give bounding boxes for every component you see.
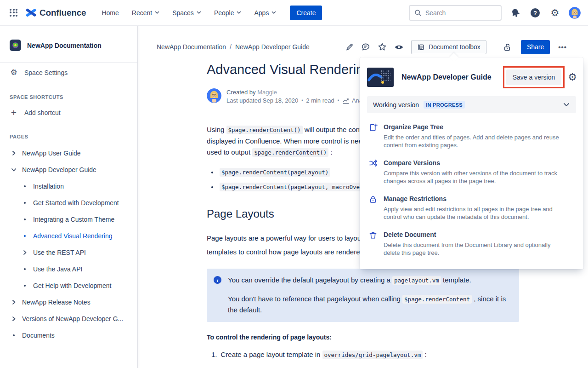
add-shortcut-label: Add shortcut	[24, 109, 61, 116]
menu-item-description: Apply view and edit restrictions to all …	[384, 205, 564, 221]
save-a-version-button[interactable]: Save a version	[506, 69, 562, 85]
sidebar-page-item[interactable]: NewApp User Guide	[0, 145, 137, 161]
bullet-marker	[21, 235, 28, 237]
chevron-down-icon	[155, 11, 159, 14]
list-number: 1.	[211, 351, 217, 358]
favorite-star-icon[interactable]	[375, 40, 389, 54]
popup-menu-item[interactable]: Compare VersionsCompare this version wit…	[369, 159, 574, 185]
plus-icon: +	[10, 109, 18, 117]
create-button[interactable]: Create	[290, 6, 322, 20]
bullet-marker	[21, 268, 28, 270]
sidebar-item-space-settings[interactable]: ⚙ Space Settings	[0, 63, 137, 82]
top-navigation-bar: Confluence HomeRecentSpacesPeopleApps Cr…	[0, 0, 588, 26]
menu-item-description: Edit the order and titles of pages. Add …	[384, 133, 564, 149]
breadcrumb: NewApp Documentation / NewApp Developer …	[157, 43, 310, 51]
menu-item-title: Compare Versions	[384, 159, 564, 167]
space-logo-icon	[10, 40, 21, 51]
sidebar-page-item[interactable]: Integrating a Custom Theme	[0, 211, 137, 228]
menu-item-description: Delete this document from the Document L…	[384, 241, 564, 257]
nav-item-apps[interactable]: Apps	[249, 6, 282, 20]
bullet-marker	[21, 285, 28, 287]
search-input[interactable]	[425, 9, 494, 17]
primary-nav: HomeRecentSpacesPeopleApps	[96, 6, 282, 20]
trash-icon	[369, 230, 377, 257]
app-switcher-icon[interactable]	[8, 7, 19, 18]
inline-code: $page.renderContent	[402, 295, 472, 304]
info-panel-text-1: You can override the default pagelayout …	[228, 275, 508, 286]
chevron-down-icon[interactable]	[10, 167, 17, 172]
popup-settings-gear-icon[interactable]: ⚙	[568, 71, 577, 83]
chevron-down-icon	[563, 103, 570, 107]
info-icon: i	[213, 276, 222, 315]
bullet-marker	[21, 202, 28, 204]
chevron-down-icon	[271, 11, 276, 14]
pages-header: PAGES	[0, 122, 137, 143]
notifications-bell-icon[interactable]	[509, 7, 521, 19]
watch-eye-icon[interactable]	[392, 40, 406, 54]
page-link-label: Get Help with Development	[33, 282, 111, 289]
bold-instruction-line: To control the rendering of page layouts…	[207, 334, 519, 341]
breadcrumb-page-link[interactable]: NewApp Developer Guide	[235, 43, 310, 51]
sidebar-page-item[interactable]: Get Help with Development	[0, 277, 137, 294]
breadcrumb-space-link[interactable]: NewApp Documentation	[157, 43, 226, 51]
document-toolbox-button[interactable]: Document toolbox	[411, 40, 486, 54]
popup-menu-item[interactable]: Organize Page TreeEdit the order and tit…	[369, 123, 574, 149]
updated-line: Last updated Sep 18, 2020 • 2 min read •…	[226, 97, 376, 104]
popup-menu-item[interactable]: Delete DocumentDelete this document from…	[369, 230, 574, 257]
toolbar-divider	[495, 42, 495, 52]
inline-code: pagelayout.vm	[392, 276, 441, 285]
sidebar-page-item[interactable]: Versions of NewApp Developer G...	[0, 310, 137, 327]
search-box[interactable]	[409, 5, 502, 21]
organize-page-tree-icon	[369, 123, 377, 149]
page-link-label: Use the Java API	[33, 265, 82, 273]
nav-item-spaces[interactable]: Spaces	[167, 6, 207, 20]
comments-icon[interactable]	[359, 40, 373, 54]
read-time: 2 min read	[306, 97, 334, 104]
search-icon	[414, 9, 422, 17]
menu-item-title: Manage Restrictions	[384, 195, 564, 203]
sidebar-page-item[interactable]: Documents	[0, 327, 137, 344]
confluence-logo[interactable]: Confluence	[26, 7, 86, 18]
sidebar-page-item[interactable]: Get Started with Development	[0, 195, 137, 211]
version-selector[interactable]: Working version IN PROGRESS	[367, 96, 576, 113]
user-avatar[interactable]	[569, 7, 581, 19]
page-actions: Document toolbox Share •••	[342, 40, 570, 54]
inline-code: $page.renderContent()	[252, 148, 328, 157]
nav-item-recent[interactable]: Recent	[126, 6, 165, 20]
chevron-right-icon[interactable]	[10, 316, 17, 322]
help-icon[interactable]: ?	[529, 7, 541, 19]
sidebar-page-item[interactable]: Installation	[0, 178, 137, 195]
document-toolbox-label: Document toolbox	[429, 43, 481, 51]
chevron-right-icon[interactable]	[10, 299, 17, 305]
page-link-label: Installation	[33, 183, 64, 190]
inline-code: $page.renderContent()	[226, 126, 303, 134]
sidebar-page-item[interactable]: Use the REST API	[0, 244, 137, 261]
author-avatar[interactable]	[207, 88, 221, 103]
settings-gear-icon[interactable]: ⚙	[549, 7, 561, 19]
chevron-down-icon	[197, 11, 201, 14]
space-header[interactable]: NewApp Documentation	[0, 26, 137, 62]
popup-menu-item[interactable]: Manage RestrictionsApply view and edit r…	[369, 195, 574, 221]
document-toolbox-icon	[417, 43, 425, 51]
sidebar-page-item[interactable]: Advanced Visual Rendering	[0, 228, 137, 244]
chevron-right-icon[interactable]	[10, 150, 17, 156]
page-link-label: NewApp Release Notes	[22, 299, 90, 306]
nav-item-people[interactable]: People	[209, 6, 247, 20]
info-panel: i You can override the default pagelayou…	[207, 269, 519, 322]
sidebar-page-item[interactable]: NewApp Release Notes	[0, 294, 137, 310]
created-by-line: Created by Maggie	[226, 88, 376, 96]
compare-versions-icon	[369, 159, 377, 185]
more-actions-icon[interactable]: •••	[555, 43, 570, 51]
add-shortcut-button[interactable]: + Add shortcut	[0, 104, 137, 122]
author-name[interactable]: Maggie	[257, 89, 277, 96]
sidebar-page-item[interactable]: Use the Java API	[0, 261, 137, 277]
nav-item-home[interactable]: Home	[96, 6, 124, 20]
brand-name: Confluence	[40, 8, 86, 18]
share-button[interactable]: Share	[521, 40, 550, 54]
chevron-right-icon[interactable]	[21, 250, 28, 255]
page-tree: NewApp User GuideNewApp Developer GuideI…	[0, 143, 137, 344]
unlock-icon[interactable]	[501, 40, 514, 54]
edit-pencil-icon[interactable]	[342, 40, 356, 54]
space-shortcuts-header: SPACE SHORTCUTS	[0, 82, 137, 104]
sidebar-page-item[interactable]: NewApp Developer Guide	[0, 161, 137, 178]
